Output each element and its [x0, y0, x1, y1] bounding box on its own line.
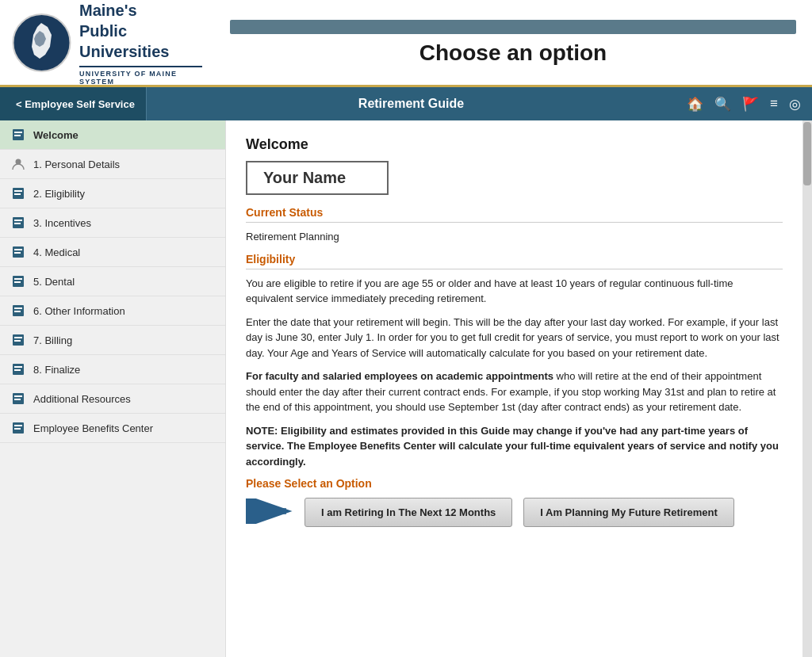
eligibility-text3-bold: For faculty and salaried employees on ac… [246, 370, 553, 382]
eligibility-divider [246, 269, 783, 269]
logo-text: Maine'sPublicUniversities [79, 0, 202, 62]
sidebar-item-label-billing: 7. Billing [33, 334, 72, 346]
additional-resources-icon [10, 392, 27, 406]
sidebar-item-billing[interactable]: 7. Billing [0, 326, 225, 355]
svg-rect-29 [14, 395, 22, 397]
search-icon[interactable]: 🔍 [714, 96, 731, 113]
sidebar-item-label-additional-resources: Additional Resources [33, 393, 131, 405]
finalize-icon [10, 362, 27, 376]
arrow-indicator [246, 498, 293, 524]
employee-benefits-icon [10, 421, 27, 435]
personal-details-icon [10, 157, 27, 171]
svg-rect-24 [14, 340, 21, 342]
svg-rect-32 [14, 425, 22, 426]
content-area: Welcome Your Name Current Status Retirem… [226, 120, 802, 657]
logo-text-area: Maine'sPublicUniversities UNIVERSITY OF … [79, 0, 202, 86]
planning-button[interactable]: I Am Planning My Future Retirement [523, 498, 733, 527]
header: Maine'sPublicUniversities UNIVERSITY OF … [0, 0, 812, 87]
svg-rect-4 [14, 132, 22, 133]
sidebar-item-label-personal: 1. Personal Details [33, 159, 120, 170]
sidebar-item-label-eligibility: 2. Eligibility [33, 188, 85, 200]
svg-rect-14 [14, 249, 22, 250]
billing-icon [10, 333, 27, 347]
retiring-button[interactable]: I am Retiring In The Next 12 Months [304, 498, 512, 527]
sidebar-item-label-incentives: 3. Incentives [33, 217, 91, 229]
sidebar-item-label-employee-benefits: Employee Benefits Center [33, 422, 153, 434]
circle-icon[interactable]: ◎ [789, 96, 801, 113]
svg-rect-11 [14, 220, 22, 221]
other-info-icon [10, 304, 27, 318]
svg-rect-26 [14, 366, 22, 368]
sidebar-item-eligibility[interactable]: 2. Eligibility [0, 179, 225, 208]
nav-bar: < Employee Self Service Retirement Guide… [0, 87, 812, 120]
logo-subtext: UNIVERSITY OF MAINE SYSTEM [79, 66, 202, 86]
sidebar-item-finalize[interactable]: 8. Finalize [0, 355, 225, 384]
svg-rect-21 [14, 311, 21, 312]
nav-back-button[interactable]: < Employee Self Service [0, 87, 147, 120]
svg-rect-15 [14, 252, 21, 254]
svg-rect-8 [14, 190, 22, 192]
sidebar-item-incentives[interactable]: 3. Incentives [0, 208, 225, 238]
sidebar-item-label-finalize: 8. Finalize [33, 364, 80, 376]
svg-rect-9 [14, 193, 21, 195]
svg-rect-33 [14, 428, 21, 430]
sidebar-item-other-info[interactable]: 6. Other Information [0, 296, 225, 326]
sidebar-item-employee-benefits[interactable]: Employee Benefits Center [0, 414, 225, 443]
svg-rect-12 [14, 223, 21, 224]
logo-image [12, 11, 71, 74]
dental-icon [10, 274, 27, 288]
sidebar: Welcome 1. Personal Details 2. Eligibili… [0, 120, 226, 657]
svg-rect-18 [14, 281, 21, 283]
svg-rect-27 [14, 369, 21, 371]
eligibility-text1: You are eligible to retire if you are ag… [246, 276, 783, 307]
select-option-section: Please Select an Option I am Retiring In… [246, 477, 783, 527]
sidebar-item-personal-details[interactable]: 1. Personal Details [0, 150, 225, 179]
please-select-label: Please Select an Option [246, 477, 783, 490]
incentives-icon [10, 216, 27, 230]
arrow-container [246, 498, 293, 526]
current-status-value: Retirement Planning [246, 229, 783, 245]
svg-rect-30 [14, 399, 21, 400]
nav-back-label: < Employee Self Service [16, 98, 135, 110]
sidebar-item-medical[interactable]: 4. Medical [0, 238, 225, 267]
welcome-section: Welcome Your Name [246, 136, 783, 206]
top-bar [230, 20, 796, 34]
eligibility-note: NOTE: Eligibility and estimates provided… [246, 423, 783, 470]
logo-area: Maine'sPublicUniversities UNIVERSITY OF … [0, 0, 214, 94]
svg-rect-20 [14, 307, 22, 309]
current-status-label: Current Status [246, 206, 783, 219]
header-right: Choose an option [214, 20, 812, 66]
scrollbar[interactable] [802, 120, 812, 657]
eligibility-text2: Enter the date that your retirement will… [246, 315, 783, 361]
eligibility-icon [10, 186, 27, 201]
sidebar-item-additional-resources[interactable]: Additional Resources [0, 384, 225, 414]
svg-rect-23 [14, 337, 22, 338]
svg-rect-5 [14, 135, 21, 136]
menu-icon[interactable]: ≡ [770, 96, 778, 112]
page-title: Choose an option [419, 40, 607, 66]
flag-icon[interactable]: 🚩 [742, 96, 759, 113]
welcome-icon [10, 128, 27, 142]
nav-title: Retirement Guide [147, 97, 676, 111]
sidebar-item-label-dental: 5. Dental [33, 276, 75, 288]
current-status-section: Current Status Retirement Planning [246, 206, 783, 245]
option-buttons-row: I am Retiring In The Next 12 Months I Am… [246, 498, 783, 527]
medical-icon [10, 245, 27, 259]
scrollbar-thumb[interactable] [803, 122, 811, 185]
svg-rect-17 [14, 278, 22, 280]
welcome-heading: Welcome [246, 136, 783, 153]
home-icon[interactable]: 🏠 [687, 96, 703, 113]
your-name-box: Your Name [246, 161, 389, 195]
nav-icons: 🏠 🔍 🚩 ≡ ◎ [676, 96, 812, 113]
sidebar-item-label-other-info: 6. Other Information [33, 305, 125, 317]
main-layout: Welcome 1. Personal Details 2. Eligibili… [0, 120, 812, 657]
sidebar-item-label-welcome: Welcome [33, 129, 79, 141]
sidebar-item-welcome[interactable]: Welcome [0, 120, 225, 150]
sidebar-item-dental[interactable]: 5. Dental [0, 267, 225, 296]
current-status-divider [246, 222, 783, 223]
eligibility-section: Eligibility You are eligible to retire i… [246, 253, 783, 470]
eligibility-label: Eligibility [246, 253, 783, 265]
sidebar-item-label-medical: 4. Medical [33, 246, 80, 258]
eligibility-text3: For faculty and salaried employees on ac… [246, 369, 783, 415]
